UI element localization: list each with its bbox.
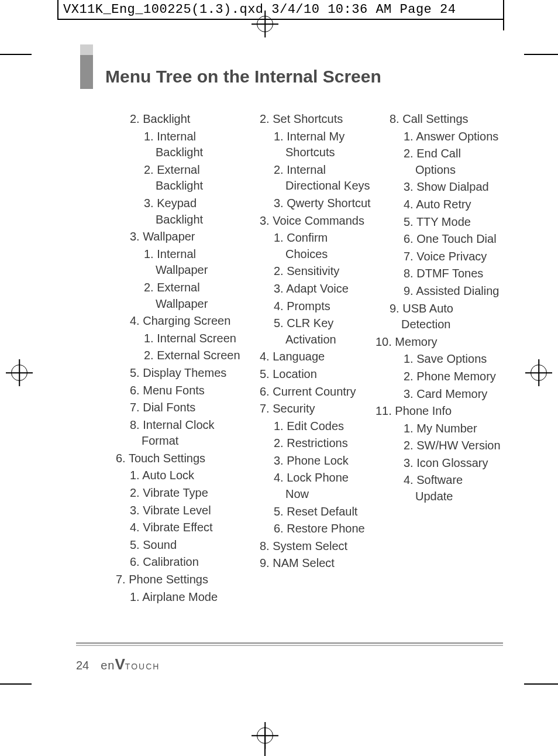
menu-column: 8. Call Settings1. Answer Options2. End … <box>376 110 502 605</box>
menu-item: 8. Internal Clock Format <box>128 417 242 449</box>
menu-item: 6. Calibration <box>128 554 242 571</box>
menu-item: 2. External Wallpaper <box>128 280 242 312</box>
menu-item: 1. Internal Wallpaper <box>128 246 242 279</box>
brand-logo: enVTOUCH <box>101 655 160 673</box>
title-accent-bar <box>80 55 93 89</box>
menu-item: 9. Assisted Dialing <box>387 283 502 300</box>
menu-item: 6. Restore Phone <box>257 521 372 537</box>
page-number: 24 <box>76 659 89 672</box>
menu-item: 3. Keypad Backlight <box>128 195 242 228</box>
menu-item: 2. External Backlight <box>128 162 242 194</box>
registration-mark-icon <box>525 359 552 386</box>
menu-item: 1. My Number <box>387 421 502 437</box>
menu-item: 8. System Select <box>257 538 372 555</box>
menu-item: 2. End Call Options <box>387 146 502 178</box>
menu-item: 1. Auto Lock <box>128 468 242 484</box>
menu-item: 3. Wallpaper <box>128 229 242 245</box>
menu-item: 4. Auto Retry <box>387 197 502 213</box>
menu-item: 2. Phone Memory <box>387 369 502 385</box>
menu-item: 4. Charging Screen <box>128 313 242 329</box>
footer-rule <box>76 645 503 646</box>
menu-item: 5. Location <box>257 366 372 383</box>
registration-mark-icon <box>6 359 33 386</box>
menu-item: 8. Call Settings <box>387 111 502 128</box>
header-rule-right <box>503 0 504 30</box>
header-rule-horizontal <box>57 19 504 20</box>
menu-tree-columns: 2. Backlight1. Internal Backlight2. Exte… <box>116 110 502 605</box>
menu-item: 4. Language <box>257 349 372 365</box>
header-rule-vertical <box>57 0 58 19</box>
page-footer: 24 enVTOUCH <box>76 655 160 673</box>
crop-mark <box>524 683 558 685</box>
menu-item: 7. Dial Fonts <box>128 400 242 416</box>
menu-item: 8. DTMF Tones <box>387 266 502 282</box>
menu-item: 3. Qwerty Shortcut <box>257 195 372 212</box>
menu-item: 1. Answer Options <box>387 129 502 145</box>
registration-mark-icon <box>252 11 278 37</box>
brand-v: V <box>115 655 125 673</box>
menu-item: 1. Airplane Mode <box>128 589 242 606</box>
menu-item: 4. Lock Phone Now <box>257 470 372 502</box>
menu-item: 6. One Touch Dial <box>387 231 502 248</box>
crop-mark <box>0 54 32 55</box>
menu-item: 2. Backlight <box>128 111 242 128</box>
menu-item: 5. Display Themes <box>128 365 242 382</box>
menu-item: 7. Voice Privacy <box>387 249 502 265</box>
menu-item: 5. Sound <box>128 537 242 554</box>
menu-item: 3. Card Memory <box>387 386 502 403</box>
menu-item: 9. USB Auto Detection <box>387 301 502 333</box>
menu-item: 1. Edit Codes <box>257 418 372 435</box>
crop-mark <box>0 683 32 685</box>
brand-en: en <box>101 659 115 672</box>
menu-item: 3. Voice Commands <box>257 213 372 229</box>
menu-item: 5. Reset Default <box>257 504 372 520</box>
menu-item: 2. SW/HW Version <box>387 438 502 454</box>
menu-item: 2. External Screen <box>128 348 242 364</box>
menu-item: 7. Security <box>257 401 372 417</box>
menu-item: 1. Internal Screen <box>128 331 242 347</box>
menu-item: 2. Sensitivity <box>257 263 372 280</box>
footer-rule <box>76 642 503 644</box>
menu-item: 4. Vibrate Effect <box>128 520 242 536</box>
menu-item: 4. Software Update <box>387 472 502 504</box>
menu-item: 2. Vibrate Type <box>128 485 242 501</box>
brand-touch: TOUCH <box>125 662 160 671</box>
menu-item: 5. CLR Key Activation <box>257 315 372 348</box>
menu-item: 3. Vibrate Level <box>128 503 242 519</box>
menu-item: 2. Set Shortcuts <box>257 111 372 128</box>
menu-item: 11. Phone Info <box>387 403 502 420</box>
menu-item: 6. Touch Settings <box>128 451 242 467</box>
menu-item: 1. Confirm Choices <box>257 230 372 262</box>
page: VX11K_Eng_100225(1.3).qxd 3/4/10 10:36 A… <box>0 0 558 756</box>
menu-item: 6. Menu Fonts <box>128 383 242 399</box>
crop-mark <box>524 54 558 55</box>
menu-item: 7. Phone Settings <box>128 572 242 588</box>
menu-item: 2. Restrictions <box>257 435 372 452</box>
menu-item: 3. Phone Lock <box>257 453 372 469</box>
menu-column: 2. Set Shortcuts1. Internal My Shortcuts… <box>246 110 372 605</box>
menu-item: 1. Save Options <box>387 351 502 367</box>
menu-item: 3. Show Dialpad <box>387 179 502 195</box>
menu-item: 5. TTY Mode <box>387 214 502 231</box>
menu-item: 9. NAM Select <box>257 555 372 572</box>
menu-column: 2. Backlight1. Internal Backlight2. Exte… <box>116 110 242 605</box>
menu-item: 3. Adapt Voice <box>257 281 372 297</box>
crop-mark <box>264 727 266 756</box>
menu-item: 6. Current Country <box>257 384 372 400</box>
page-title: Menu Tree on the Internal Screen <box>105 67 381 87</box>
menu-item: 4. Prompts <box>257 298 372 315</box>
menu-item: 2. Internal Directional Keys <box>257 162 372 194</box>
menu-item: 3. Icon Glossary <box>387 455 502 472</box>
menu-item: 1. Internal My Shortcuts <box>257 129 372 161</box>
menu-item: 1. Internal Backlight <box>128 129 242 161</box>
menu-item: 10. Memory <box>387 334 502 350</box>
